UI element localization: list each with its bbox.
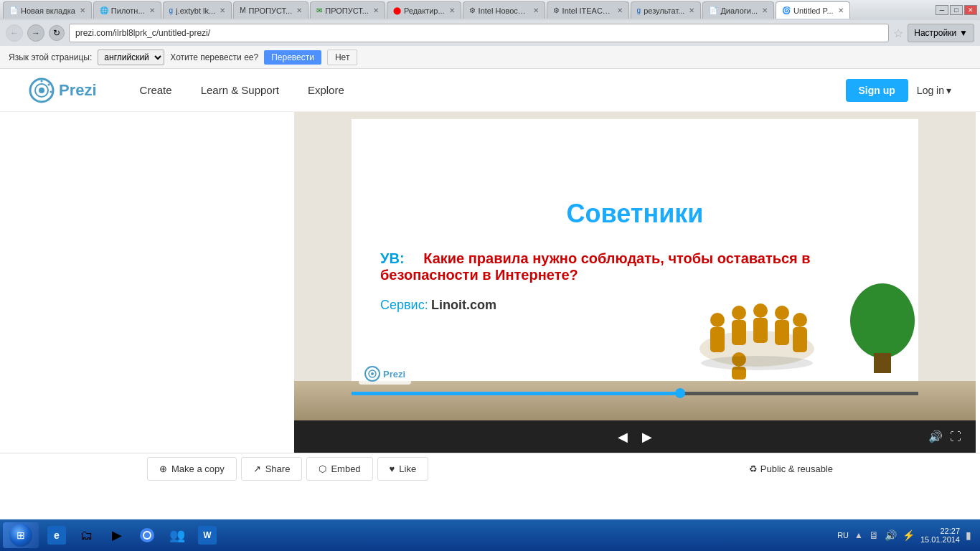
prev-button[interactable]: ◀ [618,429,628,445]
taskbar-time: 22:27 15.01.2014 [920,527,960,544]
fullscreen-button[interactable]: ⛶ [950,430,961,443]
svg-point-19 [701,356,813,370]
prezi-viewer-wrapper: Советники УВ: Какие правила нужно соблюд… [147,112,829,453]
login-button[interactable]: Log in ▾ [917,85,951,96]
translate-language-label: Язык этой страницы: [9,52,92,62]
svg-rect-16 [793,327,807,352]
refresh-button[interactable]: ↻ [49,25,65,41]
taskbar-ie[interactable]: e [43,523,70,547]
tab-pilotn[interactable]: 🌐 Пилотн... ✕ [93,1,161,19]
share-icon: ↗ [253,463,261,474]
tree-svg [847,281,918,375]
service-label: Сервис: [380,298,428,312]
progress-bar-fill [352,392,680,395]
prezi-logo[interactable]: Prezi [29,77,97,103]
embed-button[interactable]: ⬡ Embed [306,457,372,481]
prezi-logo-icon [29,77,55,103]
tab-untitled[interactable]: 🌀 Untitled P... ✕ [776,1,849,19]
action-bar: ⊕ Make a copy ↗ Share ⬡ Embed ♥ Like ♻ P… [0,453,980,484]
taskbar-chrome[interactable] [133,523,161,547]
translate-bar: Язык этой страницы: английский Хотите пе… [0,46,980,69]
prezi-viewer: Советники УВ: Какие правила нужно соблюд… [294,112,976,420]
tree-illustration [847,281,918,377]
start-button[interactable]: ⊞ [3,522,39,548]
tab-new[interactable]: 📄 Новая вкладка ✕ [3,1,92,19]
signup-button[interactable]: Sign up [846,79,908,102]
windows-orb: ⊞ [9,524,32,547]
title-bar: 📄 Новая вкладка ✕ 🌐 Пилотн... ✕ g j.exty… [0,0,980,20]
svg-point-7 [710,313,725,327]
like-button[interactable]: ♥ Like [377,457,429,481]
battery-icon: ⚡ [903,529,915,541]
translate-button[interactable]: Перевести [264,50,321,65]
network-icon: 🖥 [869,529,879,541]
tab-jextybt[interactable]: g j.extybt lk... ✕ [163,1,232,19]
service-name: Linoit.com [431,298,496,312]
tab-iteach[interactable]: ⚙ Intel ITEACH|C... ✕ [547,1,629,19]
tab-mail1[interactable]: M ПРОПУСТ... ✕ [233,1,308,19]
meeting-illustration [674,281,847,381]
bookmark-icon[interactable]: ☆ [893,27,903,40]
heart-icon: ♥ [390,463,395,474]
volume-button[interactable]: 🔊 [928,430,943,443]
settings-button[interactable]: Настройки ▼ [908,24,974,42]
tab-dialogi[interactable]: 📄 Диалоги... ✕ [702,1,774,19]
tab-results[interactable]: g результат... ✕ [631,1,702,19]
tab-editor[interactable]: ⬤ Редактир... ✕ [387,1,461,19]
nav-actions: Sign up Log in ▾ [846,79,951,102]
watermark-text: Prezi [383,369,405,380]
nav-learn-support[interactable]: Learn & Support [201,84,279,96]
svg-point-27 [144,532,150,538]
taskbar-users[interactable]: 👥 [164,523,191,547]
next-button[interactable]: ▶ [642,429,652,445]
close-button[interactable]: ✕ [964,5,977,15]
copy-icon: ⊕ [159,463,167,474]
taskbar-files[interactable]: 🗂 [73,523,100,547]
ground-area [294,381,976,420]
make-copy-button[interactable]: ⊕ Make a copy [147,457,237,481]
nav-links: Create Learn & Support Explore [140,84,846,96]
share-button[interactable]: ↗ Share [241,457,303,481]
svg-rect-8 [710,327,725,352]
svg-point-11 [753,303,768,318]
svg-point-20 [850,283,915,358]
public-icon: ♻ [749,463,758,474]
question-text: Какие правила нужно соблюдать, чтобы ост… [380,250,811,283]
language-select[interactable]: английский [98,50,164,65]
no-translate-button[interactable]: Нет [327,50,357,65]
embed-icon: ⬡ [319,463,326,474]
translate-prompt: Хотите перевести ее? [170,52,258,62]
svg-point-13 [775,306,789,320]
tab-intel-news[interactable]: ⚙ Intel Новости... ✕ [463,1,545,19]
svg-point-5 [50,90,52,93]
taskbar-arrow-up[interactable]: ▲ [854,530,863,540]
svg-point-2 [39,88,44,93]
svg-point-15 [793,313,807,327]
taskbar-right: RU ▲ 🖥 🔊 ⚡ 22:27 15.01.2014 ▮ [837,527,977,544]
forward-button[interactable]: → [27,24,44,42]
nav-explore[interactable]: Explore [308,84,344,96]
address-input[interactable] [69,24,889,42]
page-content: Prezi Create Learn & Support Explore Sig… [0,69,980,491]
minimize-button[interactable]: ─ [936,5,948,15]
nav-create[interactable]: Create [140,84,172,96]
show-desktop-button[interactable]: ▮ [966,529,971,541]
prezi-navbar: Prezi Create Learn & Support Explore Sig… [0,69,980,112]
tab-mail2[interactable]: ✉ ПРОПУСТ... ✕ [310,1,385,19]
taskbar-word[interactable]: W [194,523,221,547]
maximize-button[interactable]: □ [950,5,963,15]
prezi-watermark[interactable]: Prezi [359,363,411,385]
taskbar: ⊞ e 🗂 ▶ 👥 W [0,519,980,551]
svg-rect-10 [732,320,746,345]
svg-point-4 [48,83,50,85]
svg-point-24 [371,372,374,375]
svg-rect-21 [874,353,891,373]
taskbar-media[interactable]: ▶ [103,523,131,547]
back-button[interactable]: ← [6,24,23,42]
progress-bar[interactable] [352,392,918,395]
progress-indicator [675,388,685,398]
taskbar-language: RU [837,531,849,540]
controls-bar: ◀ ▶ 🔊 ⛶ [294,420,976,453]
slide-title: Советники [380,199,890,229]
window-controls: ─ □ ✕ [936,5,977,15]
